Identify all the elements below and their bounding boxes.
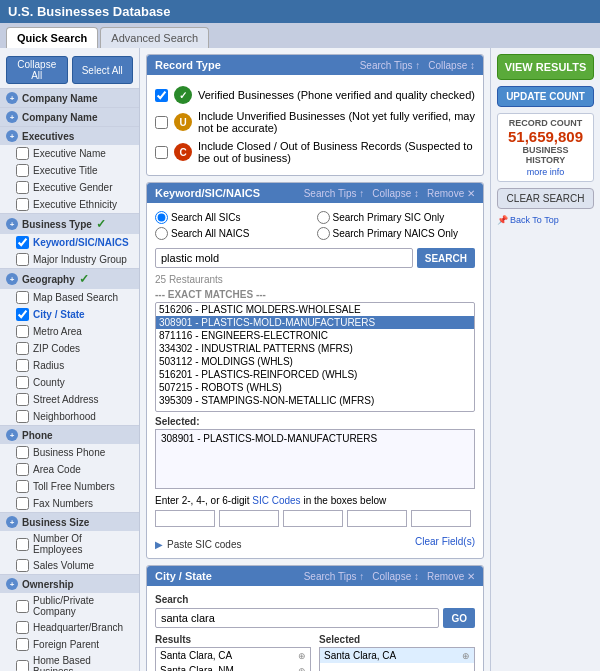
- sidebar-item-home-based[interactable]: Home Based Business: [0, 653, 139, 671]
- keyword-remove[interactable]: Remove ✕: [427, 188, 475, 199]
- sidebar-section-header-business-type[interactable]: + Business Type ✓: [0, 214, 139, 234]
- sic-input-1[interactable]: [155, 510, 215, 527]
- sidebar-item-metro-area[interactable]: Metro Area: [0, 323, 139, 340]
- result-item[interactable]: 395309 - STAMPINGS-NON-METALLIC (MFRS): [156, 394, 474, 407]
- sic-input-4[interactable]: [347, 510, 407, 527]
- sidebar-section-company1: + Company Name: [0, 88, 139, 107]
- result-item[interactable]: 507215 - ROBOTS (WHLS): [156, 381, 474, 394]
- sidebar-section-header-executives[interactable]: + Executives: [0, 127, 139, 145]
- record-type-item-unverified: U Include Unverified Businesses (Not yet…: [155, 107, 475, 137]
- sidebar-section-phone: + Phone Business Phone Area Code Toll Fr…: [0, 425, 139, 512]
- sidebar-item-exec-name[interactable]: Executive Name: [0, 145, 139, 162]
- sidebar-section-header-phone[interactable]: + Phone: [0, 426, 139, 444]
- radio-primary-naics-input[interactable]: [317, 227, 330, 240]
- sidebar-item-fax[interactable]: Fax Numbers: [0, 495, 139, 512]
- closed-icon: C: [174, 143, 192, 161]
- radio-primary-sic-input[interactable]: [317, 211, 330, 224]
- sidebar-section-header-geography[interactable]: + Geography ✓: [0, 269, 139, 289]
- sidebar-section-geography: + Geography ✓ Map Based Search City / St…: [0, 268, 139, 425]
- sidebar-item-headquarter[interactable]: Headquarter/Branch: [0, 619, 139, 636]
- sidebar-item-keyword-sic[interactable]: Keyword/SIC/NAICS: [0, 234, 139, 251]
- city-selected-list[interactable]: Santa Clara, CA ⊕: [319, 647, 475, 671]
- keyword-results-list[interactable]: 516206 - PLASTIC MOLDERS-WHOLESALE 30890…: [155, 302, 475, 412]
- city-result-santa-clara-ca[interactable]: Santa Clara, CA ⊕: [156, 648, 310, 663]
- radio-all-naics-input[interactable]: [155, 227, 168, 240]
- record-type-section: Record Type Search Tips ↑ Collapse ↕ ✓ V…: [146, 54, 484, 176]
- city-state-remove[interactable]: Remove ✕: [427, 571, 475, 582]
- sic-inputs: [155, 510, 475, 527]
- sidebar-item-street-address[interactable]: Street Address: [0, 391, 139, 408]
- circle-icon-executives: +: [6, 130, 18, 142]
- more-info-link[interactable]: more info: [527, 167, 565, 177]
- city-selected-item[interactable]: Santa Clara, CA ⊕: [320, 648, 474, 663]
- sidebar-item-business-phone[interactable]: Business Phone: [0, 444, 139, 461]
- sidebar-section-header-company1[interactable]: + Company Name: [0, 89, 139, 107]
- update-count-button[interactable]: UPDATE COUNT: [497, 86, 594, 107]
- result-item[interactable]: 871116 - ENGINEERS-ELECTRONIC: [156, 329, 474, 342]
- sidebar-item-city-state[interactable]: City / State: [0, 306, 139, 323]
- city-result-santa-clara-nm[interactable]: Santa Clara, NM ⊕: [156, 663, 310, 671]
- sic-label: Enter 2-, 4-, or 6-digit SIC Codes in th…: [155, 495, 475, 506]
- sidebar-item-exec-gender[interactable]: Executive Gender: [0, 179, 139, 196]
- city-results-header: Results: [155, 634, 311, 645]
- city-go-button[interactable]: GO: [443, 608, 475, 628]
- sidebar-section-header-business-size[interactable]: + Business Size: [0, 513, 139, 531]
- city-state-search-tips[interactable]: Search Tips ↑: [304, 571, 365, 582]
- sidebar-item-exec-ethnicity[interactable]: Executive Ethnicity: [0, 196, 139, 213]
- sidebar-item-major-industry[interactable]: Major Industry Group: [0, 251, 139, 268]
- city-results-list[interactable]: Santa Clara, CA ⊕ Santa Clara, NM ⊕ Sant…: [155, 647, 311, 671]
- sidebar-item-sales-volume[interactable]: Sales Volume: [0, 557, 139, 574]
- sidebar-item-area-code[interactable]: Area Code: [0, 461, 139, 478]
- select-all-button[interactable]: Select All: [72, 56, 134, 84]
- record-type-verified-checkbox[interactable]: [155, 89, 168, 102]
- tab-advanced-search[interactable]: Advanced Search: [100, 27, 209, 48]
- city-search-label: Search: [155, 594, 475, 605]
- sidebar-item-exec-title[interactable]: Executive Title: [0, 162, 139, 179]
- city-state-collapse[interactable]: Collapse ↕: [372, 571, 419, 582]
- view-results-button[interactable]: VIEW RESULTS: [497, 54, 594, 80]
- sidebar-item-foreign-parent[interactable]: Foreign Parent: [0, 636, 139, 653]
- sic-codes-link[interactable]: SIC Codes: [252, 495, 300, 506]
- sidebar-section-header-company2[interactable]: + Company Name: [0, 108, 139, 126]
- result-item[interactable]: 503112 - MOLDINGS (WHLS): [156, 355, 474, 368]
- radio-all-sics-input[interactable]: [155, 211, 168, 224]
- back-to-top-link[interactable]: 📌 Back To Top: [497, 215, 594, 225]
- paste-sic-button[interactable]: ▶ Paste SIC codes: [155, 539, 241, 550]
- business-history-label: BUSINESS HISTORY: [502, 145, 589, 165]
- result-item[interactable]: 516206 - PLASTIC MOLDERS-WHOLESALE: [156, 303, 474, 316]
- result-item[interactable]: 516201 - PLASTICS-REINFORCED (WHLS): [156, 368, 474, 381]
- sidebar-section-label-business-size: Business Size: [22, 517, 89, 528]
- tab-quick-search[interactable]: Quick Search: [6, 27, 98, 48]
- collapse-all-button[interactable]: Collapse All: [6, 56, 68, 84]
- record-count-value: 51,659,809: [502, 128, 589, 145]
- record-type-collapse[interactable]: Collapse ↕: [428, 60, 475, 71]
- record-type-closed-checkbox[interactable]: [155, 146, 168, 159]
- record-type-search-tips[interactable]: Search Tips ↑: [360, 60, 421, 71]
- sidebar-item-public-private[interactable]: Public/Private Company: [0, 593, 139, 619]
- sidebar-item-zip-codes[interactable]: ZIP Codes: [0, 340, 139, 357]
- sidebar-section-header-ownership[interactable]: + Ownership: [0, 575, 139, 593]
- paste-sic-label: Paste SIC codes: [167, 539, 241, 550]
- keyword-input[interactable]: [155, 248, 413, 268]
- record-type-unverified-checkbox[interactable]: [155, 116, 168, 129]
- sidebar-item-employees[interactable]: Number Of Employees: [0, 531, 139, 557]
- sic-input-2[interactable]: [219, 510, 279, 527]
- keyword-search-tips[interactable]: Search Tips ↑: [304, 188, 365, 199]
- pin-icon: 📌: [497, 215, 508, 225]
- sidebar-item-county[interactable]: County: [0, 374, 139, 391]
- sic-input-3[interactable]: [283, 510, 343, 527]
- clear-fields-link[interactable]: Clear Field(s): [415, 536, 475, 547]
- sidebar-item-radius[interactable]: Radius: [0, 357, 139, 374]
- keyword-search-button[interactable]: SEARCH: [417, 248, 475, 268]
- city-search-input[interactable]: [155, 608, 439, 628]
- city-selected-header: Selected: [319, 634, 475, 645]
- sidebar-item-map-based[interactable]: Map Based Search: [0, 289, 139, 306]
- sidebar-item-neighborhood[interactable]: Neighborhood: [0, 408, 139, 425]
- result-item-selected[interactable]: 308901 - PLASTICS-MOLD-MANUFACTURERS: [156, 316, 474, 329]
- sic-input-5[interactable]: [411, 510, 471, 527]
- sidebar-item-toll-free[interactable]: Toll Free Numbers: [0, 478, 139, 495]
- clear-search-button[interactable]: CLEAR SEARCH: [497, 188, 594, 209]
- city-selected-col: Selected Santa Clara, CA ⊕: [319, 634, 475, 671]
- result-item[interactable]: 334302 - INDUSTRIAL PATTERNS (MFRS): [156, 342, 474, 355]
- keyword-collapse[interactable]: Collapse ↕: [372, 188, 419, 199]
